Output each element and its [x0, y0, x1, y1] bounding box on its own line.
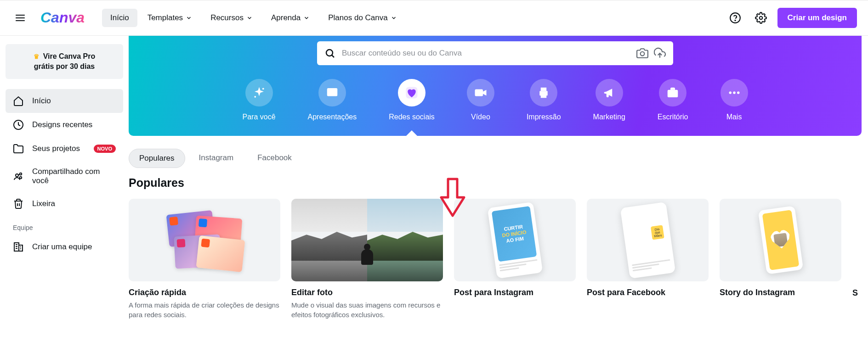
- cat-social-label: Redes sociais: [389, 113, 435, 121]
- svg-point-35: [737, 91, 740, 94]
- nav-home-label: Início: [110, 13, 129, 22]
- svg-rect-29: [541, 88, 547, 91]
- sidebar-item-create-team[interactable]: Criar uma equipe: [6, 235, 123, 259]
- nav-resources-label: Recursos: [210, 13, 244, 22]
- category-marketing[interactable]: Marketing: [593, 79, 625, 121]
- svg-rect-26: [475, 90, 483, 96]
- svg-point-23: [254, 96, 256, 98]
- main-nav: Início Templates Recursos Aprenda Planos…: [102, 9, 405, 27]
- svg-text:Canva: Canva: [40, 10, 85, 26]
- card-thumb: Dia das Mães: [587, 199, 709, 281]
- settings-button[interactable]: [752, 9, 770, 27]
- cat-video-label: Vídeo: [471, 113, 490, 121]
- help-button[interactable]: [726, 9, 744, 27]
- cat-presentations-label: Apresentações: [308, 113, 357, 121]
- create-design-button[interactable]: Criar um design: [777, 8, 857, 28]
- card-title: Story do Instagram: [720, 288, 841, 297]
- sidebar-recent-label: Designs recentes: [32, 120, 92, 129]
- heart-icon: [398, 79, 425, 106]
- print-icon: [530, 79, 557, 106]
- category-presentations[interactable]: Apresentações: [308, 79, 357, 121]
- upload-cloud-icon[interactable]: [654, 47, 666, 59]
- search-input[interactable]: [342, 49, 630, 58]
- svg-rect-30: [541, 95, 547, 98]
- canva-logo[interactable]: Canva: [40, 10, 91, 26]
- card-title: Post para Instagram: [454, 288, 576, 297]
- home-icon: [13, 95, 24, 106]
- hero-banner: Para você Apresentações Redes sociais Ví…: [129, 36, 862, 136]
- camera-icon[interactable]: [636, 47, 648, 59]
- sparkle-icon: [245, 79, 273, 106]
- card-title: Criação rápida: [129, 288, 280, 297]
- trash-icon: [13, 198, 24, 209]
- card-edit-photo[interactable]: Editar foto Mude o visual das suas image…: [291, 199, 443, 319]
- svg-point-9: [20, 173, 22, 175]
- svg-point-34: [733, 91, 736, 94]
- nav-plans-label: Planos do Canva: [328, 13, 387, 22]
- svg-point-33: [729, 91, 732, 94]
- tab-facebook[interactable]: Facebook: [247, 149, 302, 168]
- category-for-you[interactable]: Para você: [242, 79, 275, 121]
- card-thumb: CURTIRDO INÍCIOAO FIM: [454, 199, 576, 281]
- header: Canva Início Templates Recursos Aprenda …: [0, 0, 868, 36]
- svg-point-6: [759, 17, 762, 20]
- video-icon: [467, 79, 494, 106]
- category-more[interactable]: Mais: [720, 79, 748, 121]
- layout: ♛Vire Canva Pro grátis por 30 dias Iníci…: [0, 36, 868, 319]
- nav-templates-label: Templates: [148, 13, 183, 22]
- share-icon: [13, 171, 24, 182]
- next-card-initial: S: [852, 288, 858, 298]
- sidebar-item-home[interactable]: Início: [6, 89, 123, 113]
- nav-templates[interactable]: Templates: [139, 9, 200, 27]
- briefcase-icon: [659, 79, 686, 106]
- chevron-down-icon: [186, 15, 192, 21]
- pro-line1: Vire Canva Pro: [43, 52, 96, 61]
- canva-pro-promo[interactable]: ♛Vire Canva Pro grátis por 30 dias: [6, 44, 123, 79]
- category-office[interactable]: Escritório: [658, 79, 688, 121]
- cat-more-label: Mais: [726, 113, 742, 121]
- more-icon: [720, 79, 748, 106]
- sidebar-item-projects[interactable]: Seus projetos NOVO: [6, 137, 123, 161]
- category-social[interactable]: Redes sociais: [389, 79, 435, 121]
- card-desc: Mude o visual das suas imagens com recur…: [291, 300, 443, 319]
- category-row: Para você Apresentações Redes sociais Ví…: [147, 79, 843, 121]
- chevron-down-icon: [246, 15, 253, 21]
- tab-instagram[interactable]: Instagram: [189, 149, 244, 168]
- category-print[interactable]: Impressão: [527, 79, 561, 121]
- content-tabs: Populares Instagram Facebook: [129, 149, 862, 168]
- search-bar[interactable]: [317, 41, 673, 65]
- card-thumb: [720, 199, 841, 281]
- svg-point-21: [641, 52, 645, 56]
- chevron-down-icon: [391, 15, 397, 21]
- nav-resources[interactable]: Recursos: [202, 9, 261, 27]
- category-video[interactable]: Vídeo: [467, 79, 494, 121]
- crown-icon: ♛: [34, 53, 40, 60]
- team-section-label: Equipe: [6, 216, 123, 235]
- pro-line2: grátis por 30 dias: [14, 62, 115, 71]
- nav-learn[interactable]: Aprenda: [263, 9, 318, 27]
- cat-print-label: Impressão: [527, 113, 561, 121]
- sidebar: ♛Vire Canva Pro grátis por 30 dias Iníci…: [0, 36, 129, 319]
- folder-icon: [13, 143, 24, 154]
- hamburger-menu-button[interactable]: [11, 9, 29, 27]
- cat-office-label: Escritório: [658, 113, 688, 121]
- building-icon: [13, 241, 24, 252]
- card-desc: A forma mais rápida de criar coleções de…: [129, 300, 280, 319]
- search-icon: [324, 48, 335, 59]
- card-facebook-post[interactable]: Dia das Mães Post para Facebook: [587, 199, 709, 319]
- svg-rect-13: [19, 245, 23, 251]
- section-title: Populares: [129, 176, 862, 190]
- card-instagram-story[interactable]: Story do Instagram: [720, 199, 841, 319]
- nav-learn-label: Aprenda: [271, 13, 301, 22]
- megaphone-icon: [596, 79, 623, 106]
- new-badge: NOVO: [94, 145, 116, 153]
- nav-plans[interactable]: Planos do Canva: [320, 9, 405, 27]
- tab-popular[interactable]: Populares: [129, 149, 185, 168]
- card-thumb: [291, 199, 443, 281]
- card-instagram-post[interactable]: CURTIRDO INÍCIOAO FIM Post para Instagra…: [454, 199, 576, 319]
- card-quick-create[interactable]: Criação rápida A forma mais rápida de cr…: [129, 199, 280, 319]
- nav-home[interactable]: Início: [102, 9, 137, 27]
- sidebar-item-trash[interactable]: Lixeira: [6, 192, 123, 216]
- sidebar-item-recent[interactable]: Designs recentes: [6, 113, 123, 137]
- sidebar-item-shared[interactable]: Compartilhado com você: [6, 161, 123, 192]
